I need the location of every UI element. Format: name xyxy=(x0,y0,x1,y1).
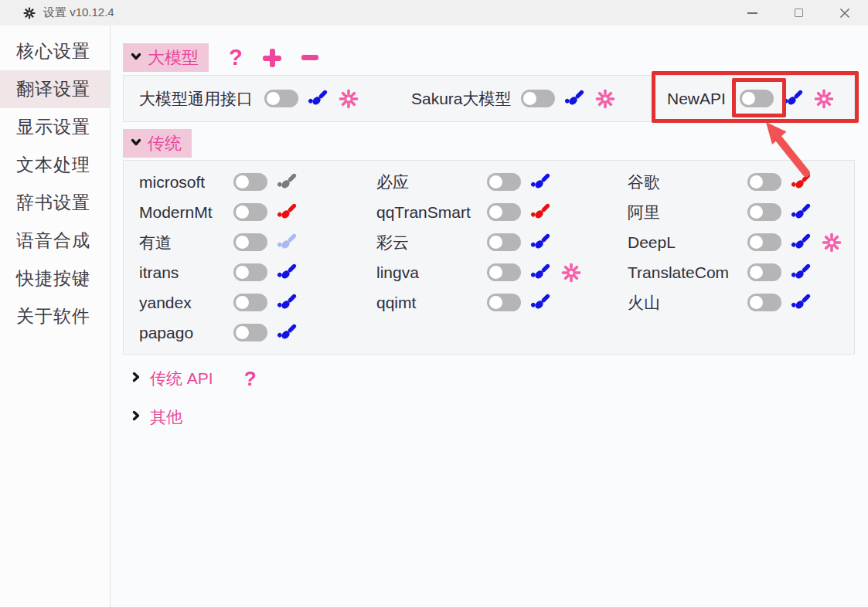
toggle-switch[interactable] xyxy=(487,263,521,281)
toggle-switch[interactable] xyxy=(487,294,521,311)
brush-icon[interactable] xyxy=(530,261,553,284)
toggle-switch[interactable] xyxy=(747,203,781,221)
section-header-traditional-api[interactable]: 传统 API ? xyxy=(130,365,257,392)
service-label: papago xyxy=(139,324,224,342)
close-button[interactable] xyxy=(822,0,868,25)
service-row-microsoft: microsoft xyxy=(139,167,299,197)
sidebar-item-关于软件[interactable]: 关于软件 xyxy=(0,297,110,335)
toggle-knob xyxy=(489,205,502,219)
toggle-switch[interactable] xyxy=(233,263,267,281)
brush-icon[interactable] xyxy=(791,201,813,223)
service-row-彩云: 彩云 xyxy=(376,227,581,257)
toggle-knob xyxy=(750,236,763,249)
brush-icon[interactable] xyxy=(564,87,587,110)
toggle-switch[interactable] xyxy=(233,324,267,341)
sidebar-item-核心设置[interactable]: 核心设置 xyxy=(0,32,110,70)
toggle-switch[interactable] xyxy=(487,203,521,221)
brush-icon[interactable] xyxy=(791,171,813,193)
chevron-down-icon xyxy=(130,136,142,151)
toggle-switch[interactable] xyxy=(747,233,781,251)
brush-icon[interactable] xyxy=(530,291,553,314)
toggle-switch[interactable] xyxy=(233,203,267,221)
toggle-knob xyxy=(236,296,249,309)
toggle-knob xyxy=(523,92,536,105)
minimize-icon xyxy=(747,12,757,14)
brush-icon[interactable] xyxy=(277,171,299,193)
service-row-Sakura大模型: Sakura大模型 xyxy=(411,76,615,121)
gear-icon xyxy=(23,7,36,19)
toggle-knob xyxy=(489,296,502,309)
service-label: Sakura大模型 xyxy=(411,88,512,110)
section-header-llm[interactable]: 大模型 xyxy=(123,43,209,72)
service-column-1: microsoftModernMt有道itransyandexpapago xyxy=(139,167,299,348)
brush-icon[interactable] xyxy=(277,291,299,314)
brush-icon[interactable] xyxy=(530,231,553,253)
toggle-switch[interactable] xyxy=(264,90,298,107)
gear-icon[interactable] xyxy=(814,89,834,109)
chevron-right-icon xyxy=(130,371,142,386)
brush-icon[interactable] xyxy=(277,201,299,223)
brush-icon[interactable] xyxy=(308,87,330,110)
brush-icon[interactable] xyxy=(277,321,299,344)
toggle-knob xyxy=(489,175,502,189)
section-label: 传统 API xyxy=(150,368,213,389)
gear-icon[interactable] xyxy=(822,233,842,253)
toggle-switch[interactable] xyxy=(747,294,781,311)
service-row-NewAPI: NewAPI xyxy=(667,76,834,121)
window-controls xyxy=(729,0,868,25)
brush-icon[interactable] xyxy=(791,291,813,314)
service-label: TranslateCom xyxy=(628,263,738,282)
gear-icon[interactable] xyxy=(339,89,359,109)
brush-icon[interactable] xyxy=(791,231,813,253)
brush-icon[interactable] xyxy=(783,87,805,110)
toggle-switch[interactable] xyxy=(521,90,555,107)
brush-icon[interactable] xyxy=(530,171,553,193)
brush-icon[interactable] xyxy=(277,231,299,253)
sidebar-item-文本处理[interactable]: 文本处理 xyxy=(0,146,110,184)
gear-icon[interactable] xyxy=(561,263,581,283)
chevron-down-icon xyxy=(130,50,142,66)
sidebar-item-翻译设置[interactable]: 翻译设置 xyxy=(0,70,110,108)
service-row-yandex: yandex xyxy=(139,287,299,318)
toggle-switch[interactable] xyxy=(740,90,774,107)
minus-icon[interactable] xyxy=(301,55,318,60)
minimize-button[interactable] xyxy=(729,0,775,25)
sidebar-item-快捷按键[interactable]: 快捷按键 xyxy=(0,260,110,297)
toggle-switch[interactable] xyxy=(487,173,521,191)
toggle-knob xyxy=(236,236,249,249)
service-label: itrans xyxy=(139,263,224,282)
toggle-switch[interactable] xyxy=(233,233,267,251)
service-row-qqimt: qqimt xyxy=(376,287,581,318)
close-icon xyxy=(839,8,850,19)
section-label: 传统 xyxy=(148,132,182,155)
toggle-switch[interactable] xyxy=(233,294,267,311)
sidebar-item-显示设置[interactable]: 显示设置 xyxy=(0,108,110,146)
toggle-switch[interactable] xyxy=(487,233,521,251)
toggle-knob xyxy=(750,175,763,189)
brush-icon[interactable] xyxy=(791,261,813,284)
service-row-有道: 有道 xyxy=(139,227,299,257)
toggle-knob xyxy=(750,266,763,279)
toggle-knob xyxy=(489,266,502,279)
toggle-knob xyxy=(236,326,249,339)
gear-icon[interactable] xyxy=(595,89,615,109)
help-icon[interactable]: ? xyxy=(244,369,257,389)
service-row-papago: papago xyxy=(139,318,299,348)
service-label: 彩云 xyxy=(376,232,478,253)
help-icon[interactable]: ? xyxy=(229,46,243,69)
toggle-switch[interactable] xyxy=(747,263,781,281)
service-label: 火山 xyxy=(628,292,738,314)
plus-icon[interactable] xyxy=(263,49,281,67)
toggle-switch[interactable] xyxy=(233,173,267,191)
section-header-traditional[interactable]: 传统 xyxy=(123,129,192,158)
brush-icon[interactable] xyxy=(277,261,299,284)
sidebar-item-辞书设置[interactable]: 辞书设置 xyxy=(0,184,110,222)
section-label: 大模型 xyxy=(148,46,199,70)
main-panel: 大模型 ? 大模型通用接口Sakura大模型NewAPI 传统 microsof… xyxy=(111,25,868,608)
toggle-knob xyxy=(489,236,502,249)
sidebar-item-语音合成[interactable]: 语音合成 xyxy=(0,222,110,260)
maximize-button[interactable] xyxy=(775,0,822,25)
toggle-switch[interactable] xyxy=(747,173,781,191)
section-header-other[interactable]: 其他 xyxy=(130,404,182,430)
brush-icon[interactable] xyxy=(530,201,553,223)
